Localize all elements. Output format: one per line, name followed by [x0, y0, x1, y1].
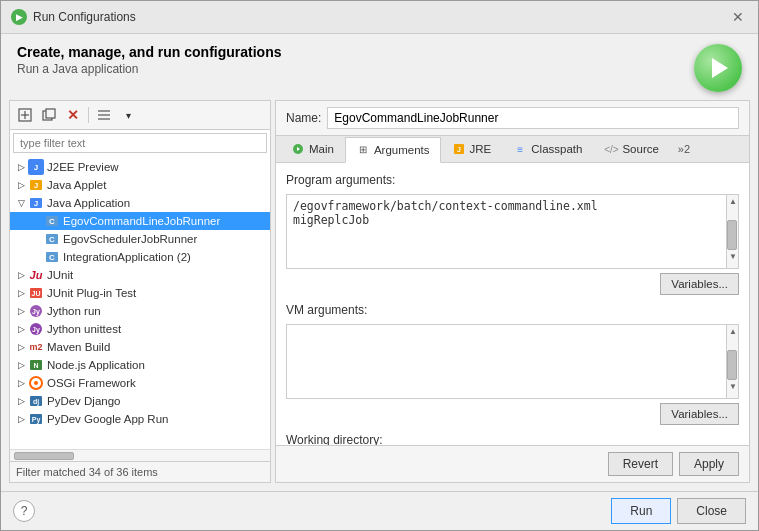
window-icon: ▶ [11, 9, 27, 25]
tab-classpath-label: Classpath [531, 143, 582, 155]
tabs-bar: Main ⊞ Arguments J JRE ≡ Classpath [276, 136, 749, 163]
duplicate-config-button[interactable] [38, 104, 60, 126]
expand-icon: ▷ [14, 360, 28, 370]
apply-button[interactable]: Apply [679, 452, 739, 476]
dialog-bottom: ? Run Close [1, 491, 758, 530]
svg-text:J: J [457, 146, 461, 153]
tab-main-label: Main [309, 143, 334, 155]
scroll-down-icon[interactable]: ▼ [727, 380, 738, 393]
expand-icon: ▷ [14, 396, 28, 406]
tree-label: Jython unittest [47, 323, 121, 335]
delete-config-button[interactable]: ✕ [62, 104, 84, 126]
tab-source[interactable]: </> Source [593, 136, 669, 162]
scroll-down-icon[interactable]: ▼ [727, 250, 738, 263]
jython-unit-icon: Jy [28, 321, 44, 337]
filter-status: Filter matched 34 of 36 items [10, 461, 270, 482]
horizontal-scrollbar[interactable] [10, 449, 270, 461]
tree-item-maven[interactable]: ▷ m2 Maven Build [10, 338, 270, 356]
tab-arguments[interactable]: ⊞ Arguments [345, 137, 441, 163]
vm-args-label: VM arguments: [286, 303, 739, 317]
args-tab-icon: ⊞ [356, 143, 370, 157]
tree-label: PyDev Django [47, 395, 121, 407]
program-args-label: Program arguments: [286, 173, 739, 187]
name-label: Name: [286, 111, 321, 125]
toolbar-sep-1 [88, 107, 89, 123]
variables-btn-2[interactable]: Variables... [660, 403, 739, 425]
svg-rect-4 [46, 109, 55, 118]
left-toolbar: ✕ ▾ [10, 101, 270, 130]
program-args-textarea[interactable] [287, 195, 738, 265]
pydev-django-icon: dj [28, 393, 44, 409]
revert-button[interactable]: Revert [608, 452, 673, 476]
run-triangle-icon [712, 58, 728, 78]
tab-more[interactable]: »2 [670, 138, 698, 160]
svg-text:J: J [34, 181, 38, 190]
tree-label: PyDev Google App Run [47, 413, 168, 425]
config-content: Program arguments: ▲ ▼ Variables... [276, 163, 749, 445]
tree-item-jython-run[interactable]: ▷ Jy Jython run [10, 302, 270, 320]
svg-text:J: J [34, 199, 38, 208]
tree-label: Maven Build [47, 341, 110, 353]
java-app-icon: J [28, 195, 44, 211]
right-panel: Name: Main ⊞ Arguments J [275, 100, 750, 483]
dropdown-button[interactable]: ▾ [117, 104, 139, 126]
run-circle-button[interactable] [694, 44, 742, 92]
tree-item-egov-cmd[interactable]: C EgovCommandLineJobRunner [10, 212, 270, 230]
tree-item-osgi[interactable]: ▷ OSGi Framework [10, 374, 270, 392]
main-content: ✕ ▾ ▷ J J2EE Preview ▷ [1, 100, 758, 491]
close-icon[interactable]: ✕ [728, 7, 748, 27]
close-button[interactable]: Close [677, 498, 746, 524]
collapse-button[interactable] [93, 104, 115, 126]
source-tab-icon: </> [604, 142, 618, 156]
tree-item-pydev-google[interactable]: ▷ Py PyDev Google App Run [10, 410, 270, 428]
vm-args-textarea[interactable] [287, 325, 738, 395]
svg-text:C: C [49, 217, 55, 226]
tab-classpath[interactable]: ≡ Classpath [502, 136, 593, 162]
scroll-thumb[interactable] [727, 350, 737, 380]
program-args-section: Program arguments: ▲ ▼ Variables... [286, 173, 739, 295]
textarea-scrollbar-2[interactable]: ▲ ▼ [726, 325, 738, 398]
scroll-up-icon[interactable]: ▲ [727, 195, 738, 208]
svg-text:Jy: Jy [32, 326, 40, 334]
class-icon: C [44, 231, 60, 247]
tree-item-junit-plugin[interactable]: ▷ JU JUnit Plug-in Test [10, 284, 270, 302]
jre-tab-icon: J [452, 142, 466, 156]
help-button[interactable]: ? [13, 500, 35, 522]
tree-item-jython-unit[interactable]: ▷ Jy Jython unittest [10, 320, 270, 338]
scroll-up-icon[interactable]: ▲ [727, 325, 738, 338]
dialog-buttons: Run Close [611, 498, 746, 524]
tree-item-java-applet[interactable]: ▷ J Java Applet [10, 176, 270, 194]
jython-icon: Jy [28, 303, 44, 319]
name-input[interactable] [327, 107, 739, 129]
left-panel: ✕ ▾ ▷ J J2EE Preview ▷ [9, 100, 271, 483]
filter-input[interactable] [13, 133, 267, 153]
tab-jre[interactable]: J JRE [441, 136, 503, 162]
maven-icon: m2 [28, 339, 44, 355]
tree-item-junit[interactable]: ▷ Ju JUnit [10, 266, 270, 284]
tree-item-pydev-django[interactable]: ▷ dj PyDev Django [10, 392, 270, 410]
tree-label: JUnit Plug-in Test [47, 287, 136, 299]
expand-icon: ▷ [14, 162, 28, 172]
tree-item-j2ee[interactable]: ▷ J J2EE Preview [10, 158, 270, 176]
tab-source-label: Source [622, 143, 658, 155]
tree-item-nodejs[interactable]: ▷ N Node.js Application [10, 356, 270, 374]
expand-icon: ▽ [14, 198, 28, 208]
textarea-scrollbar-1[interactable]: ▲ ▼ [726, 195, 738, 268]
junit-plugin-icon: JU [28, 285, 44, 301]
osgi-icon [28, 375, 44, 391]
tree-label: J2EE Preview [47, 161, 119, 173]
tree-item-java-app[interactable]: ▽ J Java Application [10, 194, 270, 212]
variables-btn-1[interactable]: Variables... [660, 273, 739, 295]
run-button[interactable]: Run [611, 498, 671, 524]
svg-text:C: C [49, 235, 55, 244]
new-config-button[interactable] [14, 104, 36, 126]
tree-item-egov-sched[interactable]: C EgovSchedulerJobRunner [10, 230, 270, 248]
tab-main[interactable]: Main [280, 136, 345, 162]
scroll-thumb[interactable] [727, 220, 737, 250]
j2ee-icon: J [28, 159, 44, 175]
svg-text:JU: JU [32, 290, 41, 297]
expand-icon: ▷ [14, 306, 28, 316]
bottom-actions: Revert Apply [276, 445, 749, 482]
tree-item-integration[interactable]: C IntegrationApplication (2) [10, 248, 270, 266]
vm-args-section: VM arguments: ▲ ▼ Variables... [286, 303, 739, 425]
